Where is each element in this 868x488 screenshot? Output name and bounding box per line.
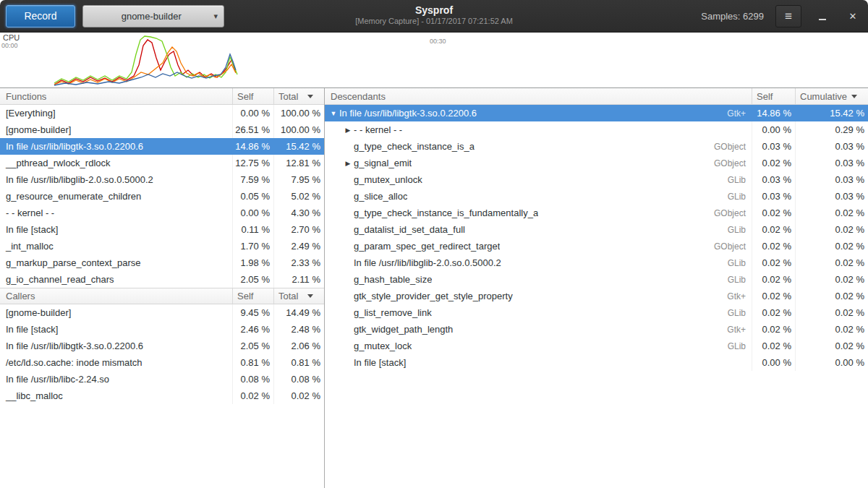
library-category: Gtk+ — [727, 325, 752, 335]
descendant-name-cell: ▶- - kernel - - — [325, 121, 752, 138]
table-row[interactable]: In file /usr/lib/libgtk-3.so.0.2200.62.0… — [0, 338, 324, 354]
self-percent: 0.02 % — [752, 254, 796, 271]
tree-row[interactable]: ▶g_signal_emitGObject0.02 %0.03 % — [325, 155, 868, 171]
minimize-icon — [819, 19, 826, 20]
function-name: [Everything] — [0, 105, 233, 121]
table-row[interactable]: __pthread_rwlock_rdlock12.75 %12.81 % — [0, 155, 324, 171]
table-row[interactable]: [gnome-builder]9.45 %14.49 % — [0, 304, 324, 321]
table-row[interactable]: In file /usr/lib/libglib-2.0.so.0.5000.2… — [0, 171, 324, 188]
cpu-timeline-graph[interactable]: CPU 00:00 00:30 — [0, 33, 868, 88]
tree-row[interactable]: gtk_widget_path_lengthGtk+0.02 %0.02 % — [325, 321, 868, 338]
expand-icon[interactable]: ▶ — [342, 127, 354, 134]
tree-row[interactable]: g_list_remove_linkGLib0.02 %0.02 % — [325, 304, 868, 321]
total-percent: 0.08 % — [274, 371, 324, 388]
expand-icon[interactable]: ▶ — [342, 160, 354, 167]
table-row[interactable]: g_markup_parse_context_parse1.98 %2.33 % — [0, 254, 324, 271]
column-header-self[interactable]: Self — [752, 88, 796, 104]
function-name: In file [stack] — [0, 221, 233, 238]
self-percent: 14.86 % — [233, 138, 274, 155]
function-name: g_list_remove_link — [354, 307, 432, 318]
column-header-self[interactable]: Self — [233, 288, 274, 304]
column-header-total[interactable]: Total — [274, 88, 324, 104]
self-percent: 0.03 % — [752, 171, 796, 188]
app-selector-dropdown[interactable]: gnome-builder ▾ — [82, 5, 224, 27]
column-header-callers[interactable]: Callers — [0, 288, 233, 304]
table-row[interactable]: In file [stack]0.11 %2.70 % — [0, 221, 324, 238]
table-row[interactable]: g_io_channel_read_chars2.05 %2.11 % — [0, 271, 324, 288]
table-row[interactable]: [Everything]0.00 %100.00 % — [0, 105, 324, 121]
table-row[interactable]: [gnome-builder]26.51 %100.00 % — [0, 121, 324, 138]
cumulative-percent: 0.03 % — [796, 138, 868, 155]
function-name: [gnome-builder] — [0, 304, 233, 321]
headerbar-right: Samples: 6299 ≡ ✕ — [701, 5, 862, 27]
tree-row[interactable]: ▶- - kernel - -0.00 %0.29 % — [325, 121, 868, 138]
table-row[interactable]: - - kernel - -0.00 %4.30 % — [0, 205, 324, 221]
table-row[interactable]: g_resource_enumerate_children0.05 %5.02 … — [0, 188, 324, 205]
column-label: Descendants — [331, 91, 386, 102]
tree-row[interactable]: g_param_spec_get_redirect_targetGObject0… — [325, 238, 868, 254]
close-button[interactable]: ✕ — [843, 7, 862, 25]
function-name: In file /usr/lib/libgtk-3.so.0.2200.6 — [0, 338, 233, 354]
library-category: GObject — [714, 208, 752, 218]
tree-row[interactable]: g_type_check_instance_is_fundamentally_a… — [325, 205, 868, 221]
tree-row[interactable]: g_mutex_unlockGLib0.03 %0.03 % — [325, 171, 868, 188]
table-row[interactable]: _int_malloc1.70 %2.49 % — [0, 238, 324, 254]
tree-row[interactable]: g_slice_allocGLib0.03 %0.03 % — [325, 188, 868, 205]
cumulative-percent: 0.03 % — [796, 188, 868, 205]
cpu-label: CPU — [3, 33, 20, 42]
tree-row[interactable]: In file [stack]0.00 %0.00 % — [325, 354, 868, 371]
cumulative-percent: 0.03 % — [796, 155, 868, 171]
time-label-start: 00:00 — [1, 42, 18, 49]
descendant-name-cell: ▼In file /usr/lib/libgtk-3.so.0.2200.6Gt… — [325, 105, 752, 121]
tree-row[interactable]: g_mutex_lockGLib0.02 %0.02 % — [325, 338, 868, 354]
cumulative-percent: 0.02 % — [796, 238, 868, 254]
library-category: GObject — [714, 142, 752, 152]
record-button[interactable]: Record — [6, 5, 75, 27]
total-percent: 2.11 % — [274, 271, 324, 288]
self-percent: 2.05 % — [233, 338, 274, 354]
self-percent: 0.00 % — [752, 121, 796, 138]
function-name: In file /usr/lib/libgtk-3.so.0.2200.6 — [339, 108, 477, 119]
descendants-table-header: Descendants Self Cumulative — [325, 88, 868, 105]
self-percent: 0.02 % — [752, 205, 796, 221]
tree-row[interactable]: g_datalist_id_set_data_fullGLib0.02 %0.0… — [325, 221, 868, 238]
function-name: In file [stack] — [354, 357, 406, 368]
tree-row[interactable]: In file /usr/lib/libglib-2.0.so.0.5000.2… — [325, 254, 868, 271]
column-label: Self — [757, 91, 773, 102]
descendant-name-cell: In file /usr/lib/libglib-2.0.so.0.5000.2… — [325, 254, 752, 271]
tree-row[interactable]: gtk_style_provider_get_style_propertyGtk… — [325, 288, 868, 304]
table-row[interactable]: In file /usr/lib/libc-2.24.so0.08 %0.08 … — [0, 371, 324, 388]
self-percent: 0.02 % — [752, 321, 796, 338]
function-name: g_mutex_lock — [354, 341, 412, 351]
descendant-name-cell: ▶g_signal_emitGObject — [325, 155, 752, 171]
self-percent: 0.11 % — [233, 221, 274, 238]
tree-row[interactable]: g_type_check_instance_is_aGObject0.03 %0… — [325, 138, 868, 155]
minimize-button[interactable] — [813, 7, 832, 25]
tree-row[interactable]: g_hash_table_sizeGLib0.02 %0.02 % — [325, 271, 868, 288]
table-row[interactable]: In file [stack]2.46 %2.48 % — [0, 321, 324, 338]
function-name: /etc/ld.so.cache: inode mismatch — [0, 354, 233, 371]
self-percent: 26.51 % — [233, 121, 274, 138]
column-header-self[interactable]: Self — [233, 88, 274, 104]
column-header-cumulative[interactable]: Cumulative — [796, 88, 868, 104]
function-name: gtk_widget_path_length — [354, 324, 453, 335]
self-percent: 0.02 % — [752, 338, 796, 354]
library-category: GLib — [728, 258, 752, 268]
menu-button[interactable]: ≡ — [775, 5, 801, 27]
function-name: __pthread_rwlock_rdlock — [0, 155, 233, 171]
table-row[interactable]: In file /usr/lib/libgtk-3.so.0.2200.614.… — [0, 138, 324, 155]
column-header-functions[interactable]: Functions — [0, 88, 233, 104]
headerbar: Record gnome-builder ▾ Sysprof [Memory C… — [0, 0, 868, 33]
tree-row[interactable]: ▼In file /usr/lib/libgtk-3.so.0.2200.6Gt… — [325, 105, 868, 121]
collapse-icon[interactable]: ▼ — [328, 110, 339, 117]
self-percent: 0.02 % — [752, 238, 796, 254]
total-percent: 0.81 % — [274, 354, 324, 371]
app-selector-label: gnome-builder — [89, 11, 213, 22]
column-header-descendants[interactable]: Descendants — [325, 88, 752, 104]
table-row[interactable]: __libc_malloc0.02 %0.02 % — [0, 388, 324, 404]
table-row[interactable]: /etc/ld.so.cache: inode mismatch0.81 %0.… — [0, 354, 324, 371]
column-header-total[interactable]: Total — [274, 288, 324, 304]
self-percent: 0.02 % — [752, 304, 796, 321]
functions-table-header: Functions Self Total — [0, 88, 324, 105]
total-percent: 15.42 % — [274, 138, 324, 155]
